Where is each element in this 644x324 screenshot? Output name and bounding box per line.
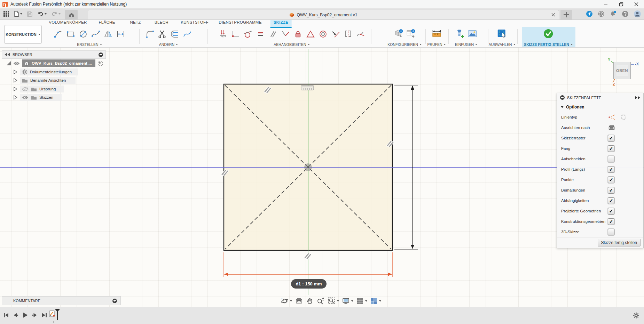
step-forward-icon[interactable] — [32, 312, 38, 318]
eye-icon[interactable] — [22, 95, 29, 100]
curvature-constraint-icon[interactable] — [354, 27, 367, 40]
punkte-checkbox[interactable]: ✓ — [608, 177, 614, 183]
minimize-button[interactable] — [598, 0, 613, 8]
assistant-icon[interactable] — [586, 10, 593, 17]
expand-arrow-icon[interactable] — [13, 78, 18, 83]
abhaengigkeiten-checkbox[interactable]: ✓ — [608, 197, 614, 204]
viewcube[interactable]: OBEN — [613, 62, 631, 79]
spline-icon[interactable] — [89, 27, 102, 40]
viewports-icon[interactable] — [370, 297, 381, 305]
add-comment-icon[interactable] — [112, 299, 117, 303]
collapse-browser-icon[interactable] — [4, 52, 10, 57]
redo-icon[interactable] — [51, 11, 61, 17]
app-menu-icon[interactable] — [3, 11, 9, 17]
group-label-finish-sketch[interactable]: SKIZZE FERTIG STELLEN — [524, 42, 573, 47]
align-to-icon[interactable] — [608, 124, 615, 131]
sketch-dimension-icon[interactable] — [115, 27, 127, 40]
configure-table-icon[interactable] — [405, 27, 417, 40]
mirror-icon[interactable] — [102, 27, 115, 40]
home-view-button[interactable] — [65, 10, 78, 19]
group-label-abhaengigkeiten[interactable]: ABHÄNGIGKEITEN — [274, 42, 309, 47]
tab-blech[interactable]: BLECH — [151, 19, 172, 27]
palette-header[interactable]: SKIZZENPALETTE — [557, 93, 643, 102]
undo-icon[interactable] — [37, 11, 47, 17]
pan-icon[interactable] — [306, 297, 314, 305]
trim-icon[interactable] — [156, 27, 168, 40]
tab-volumenkoerper[interactable]: VOLUMENKÖRPER — [46, 19, 90, 27]
expand-arrow-icon[interactable] — [13, 95, 18, 100]
symmetry-triangle-constraint-icon[interactable] — [304, 27, 317, 40]
configure-feature-icon[interactable] — [392, 27, 405, 40]
insert-fastener-icon[interactable] — [454, 27, 466, 40]
insert-image-icon[interactable] — [466, 27, 479, 40]
line-icon[interactable] — [52, 27, 64, 40]
expand-arrow-icon[interactable] — [13, 69, 18, 75]
expand-all-icon[interactable] — [6, 60, 11, 66]
expand-arrow-icon[interactable] — [13, 86, 18, 92]
job-status-icon[interactable] — [598, 10, 605, 17]
measure-icon[interactable] — [430, 27, 443, 40]
fang-checkbox[interactable]: ✓ — [608, 145, 614, 152]
activate-component-radio[interactable] — [98, 61, 103, 66]
tangent-constraint-icon[interactable] — [242, 27, 254, 40]
tab-flaeche[interactable]: FLÄCHE — [95, 19, 118, 27]
browser-collapse-icon[interactable] — [99, 52, 103, 57]
notifications-bell-icon[interactable] — [610, 10, 617, 17]
offset-icon[interactable] — [168, 27, 181, 40]
palette-section-optionen[interactable]: Optionen — [557, 102, 643, 112]
document-tab[interactable]: QWV_Kurs_Bsp02_ornament v1 — [88, 10, 559, 19]
konstruktion-dropdown[interactable]: KONSTRUKTION — [4, 25, 42, 44]
bemassungen-checkbox[interactable]: ✓ — [608, 187, 614, 194]
tab-skizze[interactable]: SKIZZE — [270, 19, 292, 28]
construction-linetype-icon[interactable] — [608, 113, 616, 121]
new-tab-button[interactable] — [560, 10, 572, 19]
tree-item[interactable]: Dokumenteinstellungen — [20, 68, 78, 75]
skip-end-icon[interactable] — [41, 312, 47, 318]
browser-row-dokumenteinstellungen[interactable]: Dokumenteinstellungen — [13, 68, 78, 76]
display-settings-icon[interactable] — [342, 297, 353, 305]
finish-sketch-check-icon[interactable] — [542, 27, 555, 40]
circle-icon[interactable] — [77, 27, 89, 40]
help-icon[interactable] — [622, 10, 629, 17]
browser-row-benannte-ansichten[interactable]: Benannte Ansichten — [13, 76, 76, 84]
palette-minimize-icon[interactable] — [560, 95, 565, 100]
fillet-icon[interactable] — [143, 27, 156, 40]
skizzierraster-checkbox[interactable]: ✓ — [608, 135, 614, 141]
grid-settings-icon[interactable] — [356, 297, 367, 305]
skip-start-icon[interactable] — [3, 312, 9, 318]
play-icon[interactable] — [22, 312, 29, 318]
equal-constraint-icon[interactable] — [254, 27, 267, 40]
section-collapse-icon[interactable] — [561, 106, 564, 108]
restore-button[interactable] — [613, 0, 629, 8]
projizierte-geometrien-checkbox[interactable]: ✓ — [608, 208, 614, 214]
file-menu-icon[interactable] — [14, 11, 22, 17]
step-back-icon[interactable] — [13, 312, 18, 318]
model-canvas[interactable] — [0, 47, 644, 307]
aufschneiden-checkbox[interactable] — [608, 156, 614, 162]
zoom-icon[interactable] — [316, 297, 325, 305]
look-at-icon[interactable] — [295, 297, 303, 305]
group-label-auswaehlen[interactable]: AUSWÄHLEN — [489, 42, 516, 47]
midpoint-constraint-icon[interactable] — [329, 27, 342, 40]
close-button[interactable] — [629, 0, 644, 8]
tree-item[interactable]: Ursprung — [20, 86, 64, 92]
tab-close-icon[interactable] — [551, 13, 555, 17]
collinear-constraint-icon[interactable] — [229, 27, 242, 40]
browser-root-row[interactable]: QWV_Kurs_Bsp02_ornament ... — [6, 59, 103, 67]
eye-off-icon[interactable] — [22, 87, 29, 91]
browser-root-item[interactable]: QWV_Kurs_Bsp02_ornament ... — [22, 59, 95, 67]
palette-dock-icon[interactable] — [634, 96, 640, 100]
timeline-position-marker[interactable] — [57, 309, 58, 320]
select-window-icon[interactable] — [496, 27, 508, 40]
orbit-icon[interactable] — [281, 297, 292, 305]
tab-kunststoff[interactable]: KUNSTSTOFF — [178, 19, 211, 27]
browser-row-ursprung[interactable]: Ursprung — [13, 85, 64, 93]
tab-netz[interactable]: NETZ — [127, 19, 144, 27]
parallel-constraint-icon[interactable] — [267, 27, 279, 40]
group-label-pruefen[interactable]: PRÜFEN — [427, 42, 446, 47]
coincident-constraint-icon[interactable] — [217, 27, 229, 40]
concentric-constraint-icon[interactable] — [317, 27, 329, 40]
tab-dienstprogramme[interactable]: DIENSTPROGRAMME — [215, 19, 265, 27]
symmetry-constraint-icon[interactable] — [342, 27, 354, 40]
group-label-konfigurieren[interactable]: KONFIGURIEREN — [387, 42, 422, 47]
